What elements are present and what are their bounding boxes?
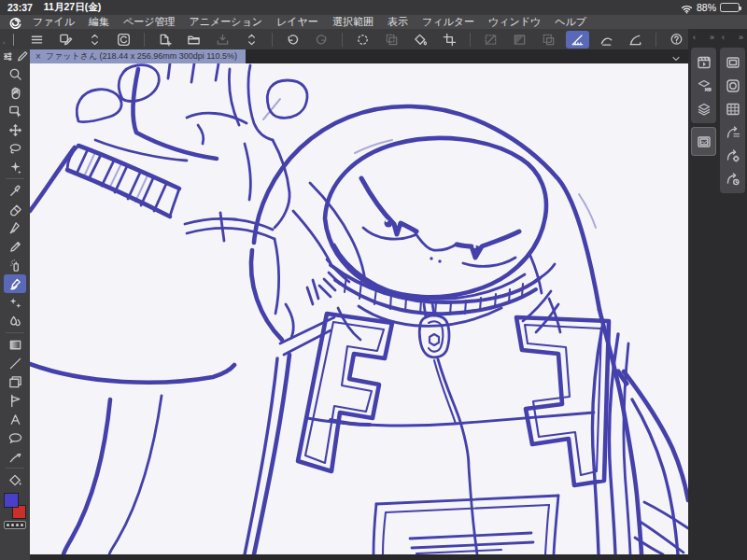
- divider: [6, 332, 24, 333]
- operation-icon[interactable]: [4, 102, 26, 120]
- divider: [6, 178, 24, 179]
- divider: [144, 33, 145, 47]
- frame-panels-icon[interactable]: [4, 372, 26, 391]
- document-tab[interactable]: × ファットさん (218.44 x 256.96mm 300dpi 110.5…: [30, 49, 246, 63]
- undo-icon[interactable]: [281, 31, 304, 49]
- ruler-flag-icon[interactable]: [4, 391, 26, 410]
- command-bar-items: [25, 31, 688, 49]
- menu-items: ファイル編集ページ管理アニメーションレイヤー選択範囲表示フィルターウィンドウヘル…: [33, 15, 600, 29]
- battery-icon: [720, 3, 740, 12]
- mini-settings-icon[interactable]: [2, 50, 15, 63]
- airbrush-icon[interactable]: [4, 256, 26, 274]
- panel-expand-icon[interactable]: »: [739, 33, 743, 42]
- fill-tool-icon[interactable]: [4, 470, 26, 489]
- text-icon[interactable]: [4, 410, 26, 428]
- snap-angle-icon[interactable]: [624, 31, 647, 49]
- expand-updown-icon[interactable]: [83, 31, 106, 49]
- move-layer-icon: [380, 31, 403, 49]
- hand-icon[interactable]: [4, 83, 26, 102]
- action-history-icon[interactable]: [722, 167, 744, 190]
- close-tab-icon[interactable]: ×: [35, 51, 41, 62]
- menu-item-アニメーション[interactable]: アニメーション: [190, 16, 263, 27]
- menu-item-レイヤー[interactable]: レイヤー: [276, 16, 318, 27]
- save-icon: [211, 31, 234, 49]
- brush-icon[interactable]: [4, 274, 26, 293]
- divider: [470, 33, 471, 47]
- layers-icon[interactable]: [693, 97, 715, 120]
- divider: [272, 33, 273, 47]
- color-history-bar[interactable]: [4, 521, 26, 529]
- eraser-icon[interactable]: [4, 200, 26, 218]
- main-menu-icon[interactable]: [25, 31, 49, 49]
- command-bar: [0, 29, 688, 49]
- fill-icon[interactable]: [409, 31, 432, 49]
- animation-icon[interactable]: [693, 50, 715, 74]
- menu-item-ヘルプ[interactable]: ヘルプ: [555, 16, 586, 27]
- menu-item-選択範囲[interactable]: 選択範囲: [332, 16, 374, 27]
- navigator-icon[interactable]: [693, 130, 715, 153]
- correct-line-icon[interactable]: [4, 447, 26, 466]
- decoration-icon[interactable]: [4, 293, 26, 312]
- color-set-icon[interactable]: [722, 97, 744, 120]
- redo-icon: [310, 31, 333, 49]
- gradient-icon[interactable]: [4, 335, 26, 354]
- divider: [655, 33, 656, 47]
- action-settings-icon[interactable]: [722, 144, 744, 167]
- snap-ruler-icon[interactable]: [566, 31, 589, 49]
- action-list-icon[interactable]: [722, 120, 744, 144]
- clip-studio-icon[interactable]: [112, 31, 135, 49]
- menu-item-ファイル[interactable]: ファイル: [33, 16, 75, 27]
- panel-expand-icon[interactable]: »: [710, 33, 714, 42]
- monitor-icon[interactable]: [722, 50, 744, 74]
- battery-percent: 88%: [697, 2, 716, 13]
- canvas-sketch[interactable]: [30, 63, 688, 554]
- layer-property-icon[interactable]: [693, 74, 715, 97]
- help-icon[interactable]: [665, 31, 688, 49]
- panel-collapse-icon[interactable]: ‹: [722, 33, 725, 42]
- expand-updown-icon[interactable]: [240, 31, 263, 49]
- tool-palette: [0, 49, 30, 560]
- right-panel: ‹» ‹»: [688, 29, 747, 560]
- menu-item-表示[interactable]: 表示: [388, 16, 408, 27]
- crop-icon[interactable]: [438, 31, 461, 49]
- date: 11月27日(金): [44, 1, 101, 14]
- processing-icon[interactable]: [351, 31, 374, 49]
- canvas-area[interactable]: [30, 63, 688, 554]
- record-icon[interactable]: [722, 74, 744, 97]
- menu-item-ページ管理[interactable]: ページ管理: [123, 16, 176, 27]
- menu-item-ウィンドウ[interactable]: ウィンドウ: [488, 16, 541, 27]
- balloon-icon[interactable]: [4, 428, 26, 447]
- mini-pen-icon[interactable]: [16, 50, 29, 63]
- tab-bar: × ファットさん (218.44 x 256.96mm 300dpi 110.5…: [30, 49, 688, 63]
- new-canvas-icon[interactable]: [153, 31, 176, 49]
- clip-studio-logo-icon[interactable]: [8, 16, 22, 28]
- deselect-icon: [479, 31, 502, 49]
- eyedropper-icon[interactable]: [4, 181, 26, 200]
- panel-tile: [691, 127, 716, 156]
- drag-handle[interactable]: [13, 34, 14, 46]
- panel-column-right: ‹»: [720, 31, 745, 560]
- tab-overflow-chevron-down-icon[interactable]: [670, 51, 682, 63]
- foreground-color-swatch[interactable]: [4, 493, 19, 508]
- document-tab-title: ファットさん (218.44 x 256.96mm 300dpi 110.5%): [46, 50, 237, 63]
- auto-select-icon[interactable]: [4, 158, 26, 176]
- menu-bar: ファイル編集ページ管理アニメーションレイヤー選択範囲表示フィルターウィンドウヘル…: [0, 15, 747, 29]
- panel-collapse-icon[interactable]: ‹: [693, 33, 696, 42]
- divider: [342, 33, 343, 47]
- clock: 23:37: [7, 2, 33, 13]
- pencil-icon[interactable]: [4, 237, 26, 256]
- open-file-icon[interactable]: [182, 31, 205, 49]
- blend-icon[interactable]: [4, 312, 26, 330]
- divider: [6, 468, 24, 469]
- selection-icon[interactable]: [4, 139, 26, 158]
- color-swatches: [3, 493, 27, 519]
- zoom-icon[interactable]: [4, 64, 26, 83]
- figure-icon[interactable]: [4, 354, 26, 372]
- menu-item-フィルター[interactable]: フィルター: [422, 16, 474, 27]
- menu-item-編集[interactable]: 編集: [89, 16, 109, 27]
- layer-move-icon[interactable]: [4, 120, 26, 139]
- snap-curve-icon[interactable]: [595, 31, 618, 49]
- export-icon[interactable]: [54, 31, 78, 49]
- pen-icon[interactable]: [4, 218, 26, 237]
- collapse-command-bar-icon[interactable]: [2, 32, 6, 47]
